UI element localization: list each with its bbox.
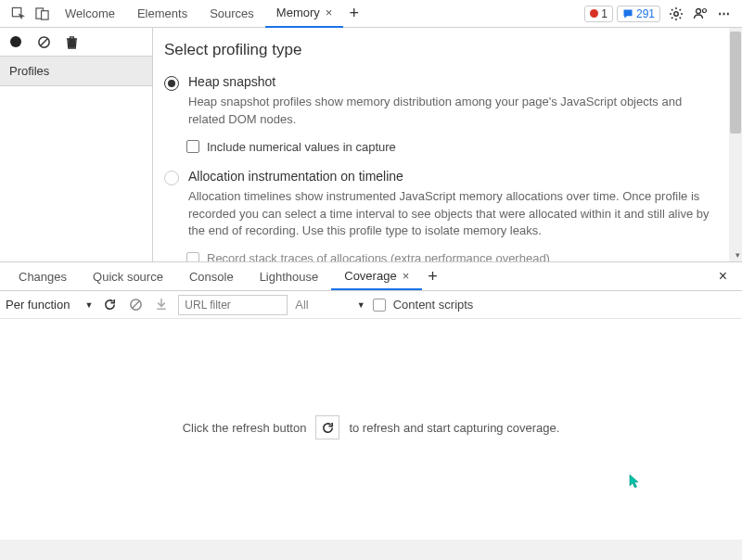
top-tabbar: Welcome Elements Sources Memory × + 1 29… — [0, 0, 742, 28]
export-icon[interactable] — [152, 296, 171, 314]
tab-label: Memory — [276, 6, 320, 19]
error-count: 1 — [601, 7, 608, 20]
coverage-mode-select[interactable]: Per function ▼ — [6, 298, 93, 312]
status-bar — [0, 540, 742, 560]
option-desc: Heap snapshot profiles show memory distr… — [188, 94, 720, 129]
errors-badge[interactable]: 1 — [584, 6, 613, 22]
url-filter-input[interactable] — [178, 295, 288, 315]
svg-rect-2 — [41, 11, 48, 19]
svg-point-6 — [10, 36, 21, 47]
reload-icon[interactable] — [100, 296, 119, 314]
memory-heading: Select profiling type — [164, 41, 720, 59]
tab-label: Lighthouse — [260, 270, 319, 284]
tab-changes[interactable]: Changes — [6, 262, 80, 290]
add-drawer-tab-button[interactable]: + — [422, 267, 443, 286]
tab-coverage[interactable]: Coverage × — [331, 262, 422, 290]
memory-toolbar — [0, 28, 152, 56]
add-tab-button[interactable]: + — [343, 4, 365, 23]
svg-point-5 — [703, 8, 707, 12]
close-icon[interactable]: × — [326, 6, 333, 19]
coverage-body: Click the refresh button to refresh and … — [0, 319, 742, 536]
tab-label: Coverage — [344, 269, 396, 283]
error-icon — [590, 9, 598, 18]
cursor-icon — [629, 474, 640, 489]
option-title: Allocation instrumentation on timeline — [188, 169, 720, 184]
tab-memory[interactable]: Memory × — [265, 0, 344, 28]
tab-quick-source[interactable]: Quick source — [80, 262, 176, 290]
tab-console[interactable]: Console — [176, 262, 247, 290]
checkbox-label: Include numerical values in capture — [207, 140, 396, 154]
settings-icon[interactable] — [666, 4, 686, 24]
tab-label: Sources — [210, 6, 254, 20]
memory-content: Select profiling type Heap snapshot Heap… — [153, 28, 742, 261]
drawer-tabbar: Changes Quick source Console Lighthouse … — [0, 261, 742, 291]
scroll-thumb[interactable] — [730, 32, 741, 134]
close-drawer-button[interactable]: × — [710, 268, 736, 285]
tab-sources[interactable]: Sources — [198, 0, 265, 28]
scroll-down-icon[interactable]: ▾ — [736, 250, 740, 260]
option-allocation-timeline[interactable]: Allocation instrumentation on timeline A… — [164, 169, 720, 241]
check-numerical-values[interactable]: Include numerical values in capture — [186, 140, 720, 154]
messages-badge[interactable]: 291 — [617, 6, 660, 22]
memory-panel: Profiles Select profiling type Heap snap… — [0, 28, 742, 261]
coverage-hint: Click the refresh button to refresh and … — [183, 415, 560, 439]
clear-icon[interactable] — [35, 33, 52, 50]
svg-line-8 — [40, 38, 47, 45]
scrollbar[interactable]: ▾ — [729, 28, 742, 261]
device-icon[interactable] — [32, 4, 52, 24]
radio-selected[interactable] — [164, 76, 179, 91]
profiles-section[interactable]: Profiles — [0, 56, 152, 86]
message-icon — [622, 8, 633, 19]
close-icon[interactable]: × — [403, 269, 410, 283]
select-value: Per function — [6, 298, 70, 312]
hint-text-2: to refresh and start capturing coverage. — [349, 421, 559, 435]
record-icon[interactable] — [7, 33, 24, 50]
chevron-down-icon: ▼ — [357, 300, 365, 310]
more-icon[interactable]: ⋯ — [714, 4, 735, 24]
checkbox-icon[interactable] — [186, 140, 199, 153]
radio-unselected[interactable] — [164, 171, 179, 185]
check-stack-traces[interactable]: Record stack traces of allocations (extr… — [186, 251, 720, 261]
tab-label: Console — [189, 270, 234, 284]
tab-welcome[interactable]: Welcome — [54, 0, 126, 28]
tab-label: Changes — [19, 270, 67, 284]
tab-label: Quick source — [93, 270, 163, 284]
svg-line-10 — [133, 301, 140, 309]
checkbox-label: Record stack traces of allocations (extr… — [207, 251, 550, 261]
checkbox-icon[interactable] — [186, 252, 199, 261]
svg-point-3 — [674, 11, 678, 15]
profiles-label: Profiles — [9, 64, 49, 78]
memory-sidebar: Profiles — [0, 28, 153, 261]
option-desc: Allocation timelines show instrumented J… — [188, 188, 720, 241]
account-icon[interactable] — [690, 4, 710, 24]
select-value: All — [295, 298, 308, 312]
hint-text-1: Click the refresh button — [183, 421, 307, 435]
trash-icon[interactable] — [63, 33, 80, 50]
svg-point-4 — [697, 8, 701, 13]
tab-label: Elements — [137, 6, 187, 20]
option-title: Heap snapshot — [188, 74, 720, 89]
option-heap-snapshot[interactable]: Heap snapshot Heap snapshot profiles sho… — [164, 74, 720, 129]
coverage-toolbar: Per function ▼ All ▼ Content scripts — [0, 291, 742, 319]
tab-lighthouse[interactable]: Lighthouse — [247, 262, 332, 290]
chevron-down-icon: ▼ — [84, 300, 93, 310]
content-scripts-checkbox[interactable] — [373, 299, 386, 312]
tab-label: Welcome — [65, 6, 115, 20]
content-scripts-label: Content scripts — [393, 298, 474, 312]
inspect-icon[interactable] — [7, 4, 28, 24]
block-icon[interactable] — [126, 296, 145, 314]
refresh-button[interactable] — [315, 415, 339, 439]
tab-elements[interactable]: Elements — [126, 0, 198, 28]
type-filter-select[interactable]: All ▼ — [295, 298, 365, 312]
message-count: 291 — [636, 7, 655, 20]
